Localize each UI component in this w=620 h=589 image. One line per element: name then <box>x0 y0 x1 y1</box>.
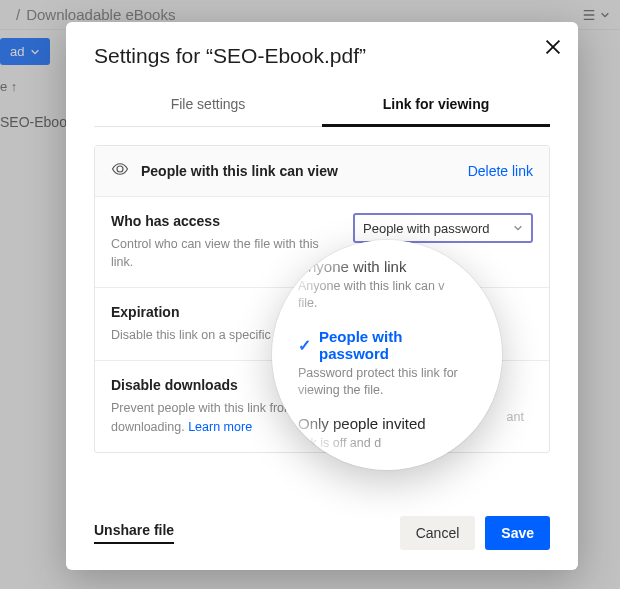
access-select[interactable]: People with password <box>353 213 533 243</box>
panel-head-text: People with this link can view <box>141 163 338 179</box>
access-sub: Control who can view the file with this … <box>111 235 321 271</box>
option-invited-desc: link is off and d <box>298 435 476 452</box>
modal-footer: Unshare file Cancel Save <box>94 502 550 550</box>
option-invited-title: Only people invited <box>298 415 476 432</box>
overflow-text: ant <box>507 410 524 424</box>
tab-file-settings[interactable]: File settings <box>94 86 322 126</box>
dropdown-magnified: Anyone with link Anyone with this link c… <box>272 240 502 470</box>
save-button[interactable]: Save <box>485 516 550 550</box>
panel-header: People with this link can view Delete li… <box>95 146 549 197</box>
check-icon: ✓ <box>298 336 311 355</box>
delete-link[interactable]: Delete link <box>468 163 533 179</box>
close-button[interactable] <box>542 36 564 58</box>
option-anyone-desc: Anyone with this link can vfile. <box>298 278 476 312</box>
option-anyone-title: Anyone with link <box>298 258 476 275</box>
unshare-file[interactable]: Unshare file <box>94 522 174 544</box>
option-password-title: People with password <box>319 328 476 362</box>
close-icon <box>542 36 564 58</box>
option-anyone[interactable]: Anyone with link Anyone with this link c… <box>294 250 480 320</box>
cancel-button[interactable]: Cancel <box>400 516 476 550</box>
option-password-desc: Password protect this link for viewing t… <box>298 365 476 399</box>
eye-icon <box>111 160 129 182</box>
tab-link-viewing[interactable]: Link for viewing <box>322 86 550 127</box>
chevron-down-icon <box>513 221 523 236</box>
learn-more-link[interactable]: Learn more <box>188 420 252 434</box>
tab-bar: File settings Link for viewing <box>94 86 550 127</box>
access-label: Who has access <box>111 213 333 229</box>
modal-title: Settings for “SEO-Ebook.pdf” <box>94 44 550 68</box>
option-password[interactable]: ✓ People with password Password protect … <box>294 320 480 407</box>
access-selected: People with password <box>363 221 489 236</box>
